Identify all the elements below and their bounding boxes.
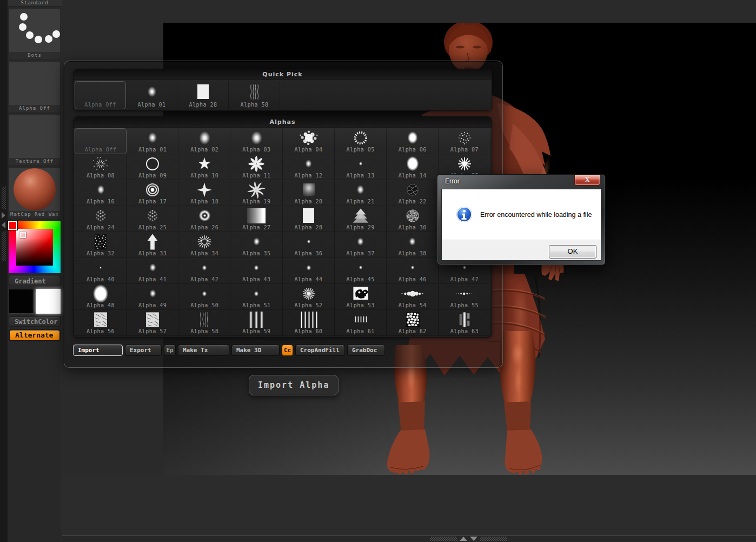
scrollbar-track-right[interactable] xyxy=(480,537,507,541)
alpha-item-alpha-04[interactable]: Alpha 04 xyxy=(283,128,335,154)
alpha-item-alpha-58[interactable]: Alpha 58 xyxy=(229,81,280,109)
alpha-item-alpha-32[interactable]: Alpha 32 xyxy=(75,232,127,258)
tray-grip-texture[interactable] xyxy=(2,187,6,209)
tray-close-arrow-icon[interactable] xyxy=(2,222,5,228)
alpha-item-alpha-38[interactable]: Alpha 38 xyxy=(387,232,439,258)
alpha-item-alpha-07[interactable]: Alpha 07 xyxy=(439,128,490,154)
alpha-29-thumbnail-icon xyxy=(335,207,386,224)
alpha-item-alpha-10[interactable]: Alpha 10 xyxy=(178,154,230,180)
palette-button-import[interactable]: Import xyxy=(73,345,123,356)
palette-button-make-3d[interactable]: Make 3D xyxy=(231,345,280,356)
alpha-item-alpha-57[interactable]: Alpha 57 xyxy=(127,310,178,336)
alpha-item-alpha-45[interactable]: Alpha 45 xyxy=(335,258,387,284)
ok-button[interactable]: OK xyxy=(549,245,596,259)
alpha-item-alpha-19[interactable]: Alpha 19 xyxy=(230,180,282,206)
alpha-item-alpha-44[interactable]: Alpha 44 xyxy=(283,258,335,284)
alpha-item-alpha-09[interactable]: Alpha 09 xyxy=(127,154,178,180)
alpha-item-alpha-59[interactable]: Alpha 59 xyxy=(230,310,282,336)
alpha-item-alpha-60[interactable]: Alpha 60 xyxy=(283,310,335,336)
alpha-item-alpha-18[interactable]: Alpha 18 xyxy=(178,180,230,206)
current-color-swatch[interactable] xyxy=(8,221,17,230)
alpha-item-alpha-01[interactable]: Alpha 01 xyxy=(127,128,178,154)
alpha-item-alpha-55[interactable]: Alpha 55 xyxy=(439,284,490,310)
alpha-item-alpha-40[interactable]: Alpha 40 xyxy=(75,258,127,284)
alpha-item-alpha-42[interactable]: Alpha 42 xyxy=(178,258,230,284)
alpha-item-alpha-50[interactable]: Alpha 50 xyxy=(178,284,230,310)
alternate-button[interactable]: Alternate xyxy=(9,329,61,341)
alpha-item-alpha-28[interactable]: Alpha 28 xyxy=(283,206,335,232)
alpha-item-alpha-61[interactable]: Alpha 61 xyxy=(335,310,387,336)
alpha-item-alpha-24[interactable]: Alpha 24 xyxy=(75,206,127,232)
alpha-item-alpha-58[interactable]: Alpha 58 xyxy=(178,310,230,336)
alpha-item-alpha-49[interactable]: Alpha 49 xyxy=(127,284,178,310)
alpha-item-alpha-02[interactable]: Alpha 02 xyxy=(178,128,230,154)
palette-button-cropandfill[interactable]: CropAndFill xyxy=(295,345,345,356)
scroll-down-arrow-icon[interactable] xyxy=(470,537,478,541)
alpha-item-alpha-33[interactable]: Alpha 33 xyxy=(127,232,178,258)
alpha-item-alpha-01[interactable]: Alpha 01 xyxy=(126,81,177,109)
color-picker[interactable] xyxy=(9,221,61,273)
alpha-item-alpha-43[interactable]: Alpha 43 xyxy=(230,258,282,284)
alpha-item-alpha-14[interactable]: Alpha 14 xyxy=(387,154,439,180)
tray-open-arrow-icon[interactable] xyxy=(2,212,5,219)
alpha-item-alpha-28[interactable]: Alpha 28 xyxy=(177,81,229,109)
tool-item-alpha-off[interactable]: Alpha Off xyxy=(9,61,61,113)
alpha-item-alpha-03[interactable]: Alpha 03 xyxy=(230,128,282,154)
canvas-scrollbar[interactable] xyxy=(430,536,507,541)
alpha-item-alpha-06[interactable]: Alpha 06 xyxy=(387,128,439,154)
palette-button-ep[interactable]: Ep xyxy=(164,345,176,356)
alpha-item-alpha-51[interactable]: Alpha 51 xyxy=(230,284,282,310)
alpha-item-alpha-22[interactable]: Alpha 22 xyxy=(387,180,439,206)
alpha-item-alpha-56[interactable]: Alpha 56 xyxy=(75,310,127,336)
alpha-item-alpha-05[interactable]: Alpha 05 xyxy=(335,128,387,154)
scrollbar-track-left[interactable] xyxy=(430,537,457,541)
scroll-up-arrow-icon[interactable] xyxy=(460,537,467,541)
quick-pick-header[interactable]: Quick Pick xyxy=(74,69,492,80)
gradient-button[interactable]: Gradient xyxy=(9,276,61,286)
alpha-item-alpha-48[interactable]: Alpha 48 xyxy=(75,284,127,310)
alpha-item-alpha-30[interactable]: Alpha 30 xyxy=(387,206,439,232)
alpha-item-alpha-29[interactable]: Alpha 29 xyxy=(335,206,387,232)
palette-button-grabdoc[interactable]: GrabDoc xyxy=(347,345,385,356)
alpha-item-alpha-52[interactable]: Alpha 52 xyxy=(283,284,335,310)
alpha-item-alpha-27[interactable]: Alpha 27 xyxy=(230,206,282,232)
alpha-item-alpha-34[interactable]: Alpha 34 xyxy=(178,232,230,258)
alpha-item-alpha-35[interactable]: Alpha 35 xyxy=(230,232,282,258)
alpha-item-alpha-54[interactable]: Alpha 54 xyxy=(387,284,439,310)
alpha-item-alpha-37[interactable]: Alpha 37 xyxy=(335,232,387,258)
tool-item-matcap-red-wax[interactable]: MatCap Red Wax xyxy=(9,167,61,219)
alpha-item-alpha-26[interactable]: Alpha 26 xyxy=(178,206,230,232)
alpha-item-alpha-53[interactable]: Alpha 53 xyxy=(335,284,387,310)
alpha-item-alpha-20[interactable]: Alpha 20 xyxy=(283,180,335,206)
alpha-item-alpha-36[interactable]: Alpha 36 xyxy=(283,232,335,258)
alpha-item-alpha-off[interactable]: Alpha Off xyxy=(75,128,127,154)
palette-button-make-tx[interactable]: Make Tx xyxy=(178,345,229,356)
alpha-item-alpha-off[interactable]: Alpha Off xyxy=(75,81,126,109)
alpha-item-alpha-17[interactable]: Alpha 17 xyxy=(127,180,178,206)
tray-grip-texture[interactable] xyxy=(2,232,6,261)
tool-item-dots[interactable]: Dots xyxy=(9,8,61,60)
alpha-item-alpha-13[interactable]: Alpha 13 xyxy=(335,154,387,180)
left-tray-divider[interactable] xyxy=(0,0,8,542)
alpha-item-alpha-08[interactable]: Alpha 08 xyxy=(75,154,127,180)
alpha-item-alpha-25[interactable]: Alpha 25 xyxy=(127,206,178,232)
error-dialog[interactable]: Error X Err xyxy=(437,174,606,265)
alpha-item-alpha-46[interactable]: Alpha 46 xyxy=(387,258,439,284)
import-alpha-tooltip[interactable]: Import Alpha xyxy=(249,375,339,395)
alpha-item-alpha-63[interactable]: Alpha 63 xyxy=(439,310,490,336)
secondary-color-swatch[interactable] xyxy=(9,289,34,314)
alpha-item-alpha-62[interactable]: Alpha 62 xyxy=(387,310,439,336)
alpha-item-alpha-41[interactable]: Alpha 41 xyxy=(127,258,178,284)
close-button[interactable]: X xyxy=(574,175,600,186)
primary-color-swatch[interactable] xyxy=(36,289,61,314)
palette-button-export[interactable]: Export xyxy=(125,345,162,356)
alpha-item-alpha-12[interactable]: Alpha 12 xyxy=(283,154,335,180)
alpha-item-alpha-11[interactable]: Alpha 11 xyxy=(230,154,282,180)
alpha-item-alpha-16[interactable]: Alpha 16 xyxy=(75,180,127,206)
switch-color-button[interactable]: SwitchColor xyxy=(9,316,61,327)
palette-button-cc[interactable]: Cc xyxy=(282,345,293,356)
tool-item-texture-off[interactable]: Texture Off xyxy=(9,114,61,166)
alpha-item-alpha-21[interactable]: Alpha 21 xyxy=(335,180,387,206)
alphas-header[interactable]: Alphas xyxy=(74,117,492,128)
sidebar-item-standard[interactable]: Standard xyxy=(8,0,62,6)
